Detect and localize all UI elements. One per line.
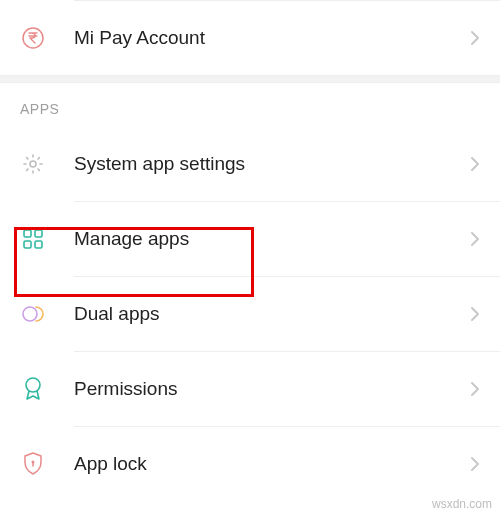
rupee-icon (20, 25, 46, 51)
svg-point-7 (26, 378, 40, 392)
chevron-right-icon (470, 456, 480, 472)
svg-rect-2 (24, 230, 31, 237)
row-dual-apps[interactable]: Dual apps (0, 277, 500, 351)
grid-icon (20, 226, 46, 252)
chevron-right-icon (470, 306, 480, 322)
chevron-right-icon (470, 156, 480, 172)
dual-circle-icon (20, 301, 46, 327)
row-mi-pay-account[interactable]: Mi Pay Account (0, 1, 500, 75)
svg-rect-3 (35, 230, 42, 237)
svg-rect-4 (24, 241, 31, 248)
shield-lock-icon (20, 451, 46, 477)
gear-icon (20, 151, 46, 177)
section-header-apps: APPS (0, 83, 500, 127)
row-manage-apps[interactable]: Manage apps (0, 202, 500, 276)
row-label: Manage apps (74, 228, 470, 250)
row-system-app-settings[interactable]: System app settings (0, 127, 500, 201)
row-app-lock[interactable]: App lock (0, 427, 500, 501)
chevron-right-icon (470, 231, 480, 247)
row-label: Permissions (74, 378, 470, 400)
section-gap (0, 75, 500, 83)
chevron-right-icon (470, 381, 480, 397)
row-label: App lock (74, 453, 470, 475)
chevron-right-icon (470, 30, 480, 46)
svg-point-6 (23, 307, 37, 321)
row-label: Dual apps (74, 303, 470, 325)
svg-rect-5 (35, 241, 42, 248)
row-label: Mi Pay Account (74, 27, 470, 49)
svg-point-1 (30, 161, 36, 167)
watermark: wsxdn.com (432, 497, 492, 511)
medal-icon (20, 376, 46, 402)
row-label: System app settings (74, 153, 470, 175)
row-permissions[interactable]: Permissions (0, 352, 500, 426)
